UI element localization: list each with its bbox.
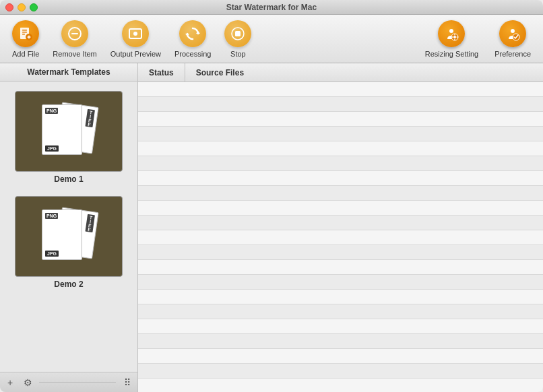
sidebar-bottom: + ⚙ ⠿ [0, 372, 137, 392]
svg-rect-8 [71, 33, 78, 34]
resize-handle[interactable]: ⠿ [121, 377, 133, 389]
table-row [138, 141, 543, 156]
resizing-setting-button[interactable]: Resizing Setting [418, 16, 486, 62]
remove-item-button[interactable]: Remove Item [46, 16, 103, 62]
sidebar: Watermark Templates TIFF PNG JPG [0, 63, 138, 392]
preference-label: Preference [494, 50, 531, 58]
table-row [138, 112, 543, 127]
template-demo2-label: Demo 2 [54, 280, 83, 289]
processing-label: Processing [174, 50, 211, 58]
add-template-button[interactable]: + [4, 377, 16, 389]
table-row [138, 275, 543, 290]
main-panel: Status Source Files [138, 63, 543, 392]
table-row [138, 186, 543, 201]
processing-button[interactable]: Processing [168, 16, 218, 62]
svg-rect-15 [235, 31, 241, 36]
resizing-setting-label: Resizing Setting [425, 50, 479, 58]
table-row [138, 171, 543, 186]
output-preview-button[interactable]: Output Preview [104, 16, 168, 62]
file-stack-demo1: TIFF PNG JPG [38, 101, 99, 162]
main-header: Status Source Files [138, 63, 543, 82]
table-row [138, 334, 543, 349]
table-row [138, 260, 543, 275]
svg-rect-23 [457, 36, 458, 37]
template-item-demo1[interactable]: TIFF PNG JPG Demo 1 [7, 88, 131, 187]
table-row [138, 245, 543, 260]
table-row [138, 82, 543, 97]
app-title: Star Watermark for Mac [226, 3, 317, 12]
svg-rect-3 [22, 34, 25, 35]
stop-label: Stop [230, 50, 246, 58]
remove-item-icon [61, 20, 88, 47]
add-file-button[interactable]: Add File [5, 16, 46, 62]
add-file-icon [12, 20, 39, 47]
template-item-demo2[interactable]: TIFF PNG JPG Demo 2 [7, 193, 131, 292]
output-preview-label: Output Preview [110, 50, 161, 58]
svg-point-19 [453, 36, 456, 38]
stop-button[interactable]: Stop [218, 16, 258, 62]
source-files-column-header: Source Files [185, 63, 255, 81]
svg-rect-20 [455, 34, 455, 35]
table-row [138, 216, 543, 230]
svg-rect-1 [22, 30, 27, 31]
template-thumb-demo1: TIFF PNG JPG [15, 91, 123, 172]
svg-point-10 [133, 32, 137, 36]
traffic-lights [5, 3, 38, 11]
table-row [138, 290, 543, 304]
svg-rect-11 [133, 38, 137, 39]
table-row [138, 379, 543, 392]
minimize-button[interactable] [18, 3, 26, 11]
table-row [138, 230, 543, 245]
preference-button[interactable]: Preference [488, 16, 538, 62]
bottom-divider [39, 382, 116, 383]
sidebar-content: TIFF PNG JPG Demo 1 [0, 81, 137, 372]
status-column-header: Status [138, 63, 185, 81]
add-file-label: Add File [12, 50, 39, 58]
toolbar: Add File Remove Item Output Preview [0, 15, 543, 63]
svg-rect-6 [28, 35, 29, 38]
table-row [138, 201, 543, 216]
svg-rect-21 [455, 38, 455, 40]
content-area: Watermark Templates TIFF PNG JPG [0, 63, 543, 392]
toolbar-left: Add File Remove Item Output Preview [5, 16, 416, 62]
svg-rect-2 [22, 32, 27, 33]
svg-point-17 [449, 29, 453, 33]
settings-button[interactable]: ⚙ [22, 377, 34, 389]
table-row [138, 304, 543, 319]
table-row [138, 349, 543, 364]
remove-item-label: Remove Item [53, 50, 96, 58]
table-row [138, 156, 543, 171]
template-demo1-label: Demo 1 [54, 174, 83, 184]
table-row [138, 97, 543, 112]
stop-icon [224, 20, 251, 47]
file-stack-demo2: TIFF PNG JPG [38, 206, 99, 267]
preference-icon [499, 20, 526, 47]
title-bar: Star Watermark for Mac [0, 0, 543, 15]
sidebar-header: Watermark Templates [0, 63, 137, 81]
main-content [138, 82, 543, 392]
svg-rect-22 [452, 36, 453, 37]
processing-icon [179, 20, 206, 47]
template-thumb-demo2: TIFF PNG JPG [15, 196, 123, 277]
table-row [138, 319, 543, 334]
maximize-button[interactable] [30, 3, 38, 11]
resizing-setting-icon [438, 20, 465, 47]
output-preview-icon [122, 20, 149, 47]
svg-point-24 [511, 29, 515, 33]
close-button[interactable] [5, 3, 13, 11]
toolbar-right: Resizing Setting Preference [418, 16, 538, 62]
table-row [138, 127, 543, 141]
table-row [138, 364, 543, 379]
